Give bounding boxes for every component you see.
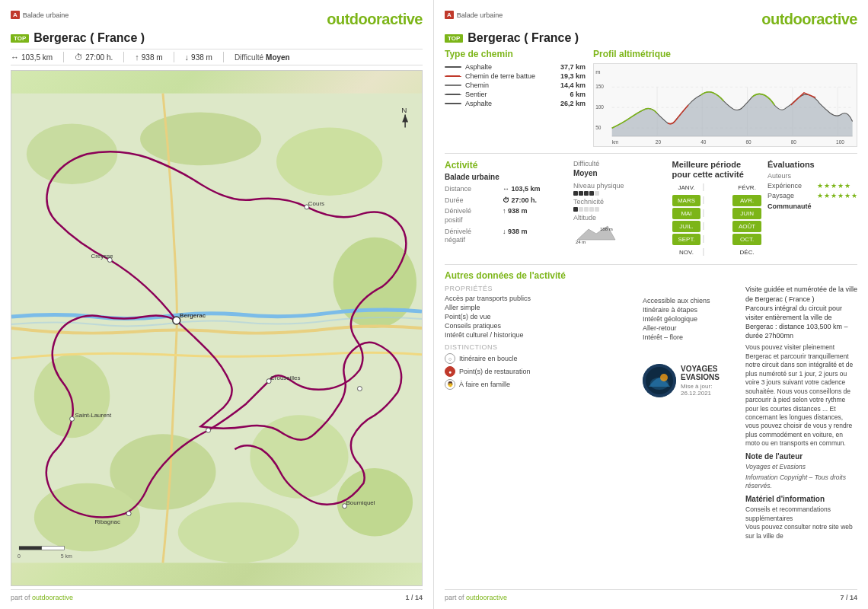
tech-dot-2 [579,207,583,212]
chemin-line-3 [445,94,461,95]
difficulty-label: Difficulté [235,53,263,62]
copyright: Information Copyright – Tous droits rése… [745,473,857,491]
author-avatar [643,364,676,397]
auteurs-label: Auteurs [767,172,857,180]
dist-0: ○ Itinéraire en boucle [445,353,627,364]
svg-point-19 [206,428,211,432]
activite-distance-val: ↔ 103,5 km [503,185,541,193]
autres-section: Autres données de l'activité Propriétés … [445,264,857,540]
chemin-line-4 [445,103,461,104]
chemin-row-0: Asphalte 37,7 km [445,63,586,71]
mid-data-row: Activité Balade urbaine Distance ↔ 103,5… [445,153,857,258]
rprop-4: Intérêt – flore [643,333,730,341]
desc-para2: Vous pouvez visiter pleinement Bergerac … [745,343,857,448]
profil-title: Profil altimétrique [593,49,857,59]
note-title: Note de l'auteur [745,451,857,462]
description-block: Visite guidée et numérotée de la ville d… [745,285,857,540]
month-dec: DÉC. [732,247,761,258]
dist-2-label: À faire en famille [459,381,510,388]
svg-point-2 [140,113,261,166]
month-mai: MAI [672,208,701,219]
month-sept: SEPT. [672,234,701,245]
distance-value: 103,5 km [21,53,53,62]
author-date-val: 26.12.2021 [681,390,711,397]
descent-value: 938 m [191,53,212,62]
svg-text:24 m: 24 m [576,240,586,244]
author-date: Mise à jour: 26.12.2021 [681,383,730,397]
svg-text:m: m [595,69,600,75]
left-route-title: TOP Bergerac ( France ) [11,31,423,45]
communaute-label: Communauté [767,202,857,210]
tech-dot-1 [573,207,578,212]
activite-distance-key: Distance [445,185,499,194]
left-stats-bar: ↔ 103,5 km ⏱ 27:00 h. ↑ 938 m ↓ 938 m Di… [11,49,423,65]
descent-icon: ↓ [185,53,190,62]
famille-icon: 👨 [445,379,455,390]
activite-duree-key: Durée [445,196,499,206]
right-sections: Type de chemin Asphalte 37,7 km Chemin d… [445,49,857,586]
pstar-3: ★ [831,192,837,199]
right-footer: part of outdooractive 7 / 14 [445,589,857,601]
activite-deniv-neg-key: Dénivelénégatif [445,228,499,245]
difficulty-value: Moyen [266,53,290,62]
svg-text:Bergerac: Bergerac [180,312,206,319]
eval-paysage-key: Paysage [767,192,817,199]
periode-title: Meilleure période pour cette activité [672,160,761,180]
rprop-1: Itinéraire à étapes [643,306,730,314]
svg-text:100: 100 [595,104,604,110]
svg-text:Creysse: Creysse [91,253,113,260]
divider-1 [63,52,64,62]
svg-text:Cours: Cours [308,200,324,207]
svg-text:20: 20 [656,139,662,145]
technicite-label: Technicité [573,198,666,206]
activite-deniv-neg-val: ↓ 938 m [503,228,528,235]
svg-text:km: km [612,139,619,145]
map-svg: Bergerac Creysse Cours Saint-Laurent Cro… [11,71,422,585]
tech-dot-3 [584,207,589,212]
dot-2 [579,191,583,196]
difficulte-section: Difficulté Moyen Niveau physique Technic… [573,160,666,258]
svg-text:150: 150 [595,84,604,89]
month-janv: JANV. [672,182,701,193]
ascent-icon: ↑ [135,53,139,62]
chemin-label-3: Sentier [465,91,566,98]
left-top-badge: TOP [11,34,29,43]
autres-middle-col: Accessible aux chiens Itinéraire à étape… [643,285,730,540]
materiel-title: Matériel d'information [745,494,857,505]
chemin-label-4: Asphalte [465,100,557,107]
pstar-1: ★ [817,192,823,199]
chemin-row-3: Sentier 6 km [445,91,586,98]
star-5: ★ [844,182,850,190]
svg-point-23 [126,512,131,516]
svg-text:Crouseilles: Crouseilles [270,375,300,381]
difficulte-value: Moyen [573,169,666,177]
svg-text:N: N [401,106,407,114]
right-page: A Balade urbaine outdooractive TOP Berge… [434,0,868,609]
svg-text:60: 60 [745,139,752,145]
activite-duree-row: Durée ⏱ 27:00 h. [445,196,567,206]
prop-0: Accès par transports publics [445,295,627,302]
left-brand-logo: outdooractive [327,11,423,28]
right-header: A Balade urbaine outdooractive [445,11,857,28]
left-header: A Balade urbaine outdooractive [11,11,423,28]
star-4: ★ [838,182,844,190]
dot-4 [589,191,594,196]
stat-ascent: ↑ 938 m [135,53,162,62]
chemin-label-2: Chemin [465,81,557,89]
divider-4 [223,52,224,62]
right-title-text: Bergerac ( France ) [468,31,579,45]
month-avr: AVR. [732,195,761,206]
svg-text:Ribagnac: Ribagnac [94,518,120,525]
activite-deniv-neg-row: Dénivelénégatif ↓ 938 m [445,228,567,245]
stat-difficulty: Difficulté Moyen [235,53,290,62]
svg-text:Saint-Laurent: Saint-Laurent [75,412,112,419]
svg-text:50: 50 [595,125,602,130]
dist-2: 👨 À faire en famille [445,379,627,390]
svg-point-1 [27,123,117,184]
autres-content: Propriétés Accès par transports publics … [445,285,857,540]
dot-1 [573,191,578,196]
altitude-svg: 24 m 188 m [573,223,619,244]
autres-title: Autres données de l'activité [445,270,857,281]
dot-3 [584,191,589,196]
distance-icon: ↔ [11,53,19,62]
